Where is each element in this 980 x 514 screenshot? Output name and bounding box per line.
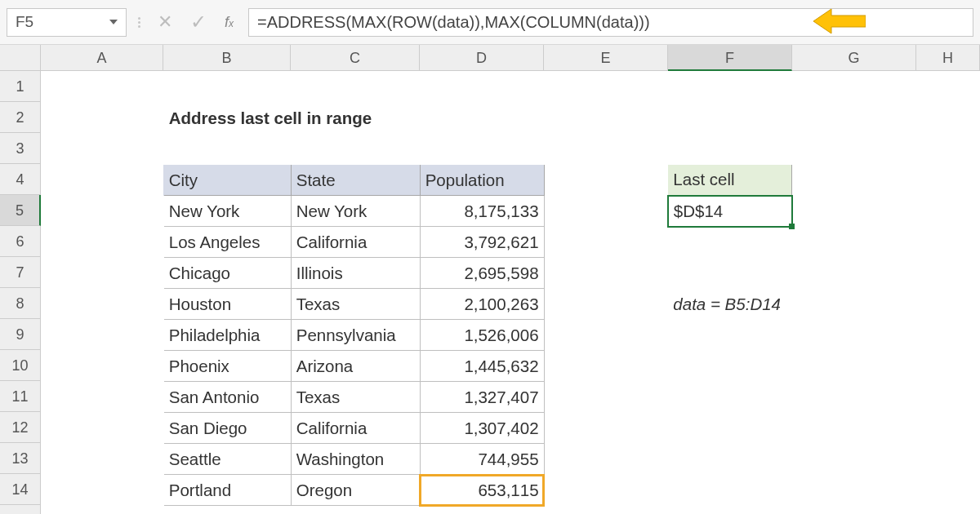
row-header[interactable]: 7 [0, 257, 41, 288]
column-header[interactable]: E [544, 45, 668, 71]
column-header[interactable]: A [41, 45, 163, 71]
table-row[interactable]: Chicago [163, 258, 291, 289]
separator-dots-icon [131, 17, 146, 28]
table-row[interactable]: Washington [291, 444, 420, 475]
table-row[interactable]: New York [163, 196, 291, 227]
table-row[interactable]: Illinois [291, 258, 420, 289]
table-row[interactable]: 1,445,632 [420, 351, 544, 382]
table-row[interactable]: Arizona [291, 351, 420, 382]
grid-body: ABCDEFGH Address last cell in range City… [41, 45, 980, 514]
chevron-down-icon [109, 20, 118, 24]
row-header[interactable]: 8 [0, 288, 41, 319]
row-header[interactable]: 3 [0, 133, 41, 164]
table-row[interactable]: Portland [163, 475, 291, 506]
table-row[interactable]: New York [291, 196, 420, 227]
row-header[interactable]: 12 [0, 412, 41, 443]
cell-table: Address last cell in range City State Po… [41, 71, 980, 514]
table-row[interactable]: 2,695,598 [420, 258, 544, 289]
column-header[interactable]: G [792, 45, 916, 71]
table-row[interactable]: 1,327,407 [420, 382, 544, 413]
cells-area[interactable]: Address last cell in range City State Po… [41, 71, 980, 514]
table-row[interactable]: 8,175,133 [420, 196, 544, 227]
column-header[interactable]: H [916, 45, 980, 71]
formula-bar-buttons: ✕ ✓ fx [151, 11, 243, 33]
table-header-population[interactable]: Population [420, 165, 544, 196]
table-row[interactable]: Phoenix [163, 351, 291, 382]
column-header[interactable]: B [163, 45, 291, 71]
column-header[interactable]: F [668, 45, 792, 71]
row-header[interactable]: 6 [0, 226, 41, 257]
row-header[interactable]: 5 [0, 195, 41, 226]
row-header[interactable]: 15 [0, 505, 41, 514]
row-header[interactable]: 14 [0, 474, 41, 505]
table-row[interactable]: 2,100,263 [420, 289, 544, 320]
row-headers: 123456789101112131415 [0, 71, 41, 514]
table-row[interactable]: California [291, 413, 420, 444]
page-title: Address last cell in range [163, 103, 544, 134]
named-range-note: data = B5:D14 [668, 289, 916, 320]
table-row[interactable]: 3,792,621 [420, 227, 544, 258]
fx-icon[interactable]: fx [225, 14, 237, 31]
spreadsheet-grid: 123456789101112131415 ABCDEFGH Address l… [0, 45, 980, 514]
table-header-state[interactable]: State [291, 165, 420, 196]
table-row[interactable]: Seattle [163, 444, 291, 475]
last-cell-highlight[interactable]: 653,115 [420, 475, 544, 506]
row-header[interactable]: 11 [0, 381, 41, 412]
column-header[interactable]: C [291, 45, 420, 71]
table-row[interactable]: Texas [291, 382, 420, 413]
table-row[interactable]: Houston [163, 289, 291, 320]
enter-check-icon[interactable]: ✓ [190, 11, 207, 33]
result-label-cell[interactable]: Last cell [668, 165, 792, 196]
column-headers: ABCDEFGH [41, 45, 980, 71]
table-row[interactable]: 744,955 [420, 444, 544, 475]
row-header[interactable]: 13 [0, 443, 41, 474]
column-header[interactable]: D [420, 45, 544, 71]
formula-bar-input[interactable]: =ADDRESS(MAX(ROW(data)),MAX(COLUMN(data)… [248, 8, 973, 37]
row-header[interactable]: 9 [0, 319, 41, 350]
table-row[interactable]: San Diego [163, 413, 291, 444]
selected-cell[interactable]: $D$14 [668, 196, 792, 227]
name-box[interactable]: F5 [7, 8, 127, 37]
left-gutter: 123456789101112131415 [0, 45, 41, 514]
table-row[interactable]: San Antonio [163, 382, 291, 413]
row-header[interactable]: 10 [0, 350, 41, 381]
table-row[interactable]: 1,307,402 [420, 413, 544, 444]
cancel-icon[interactable]: ✕ [158, 11, 172, 33]
formula-bar-row: F5 ✕ ✓ fx =ADDRESS(MAX(ROW(data)),MAX(CO… [0, 0, 980, 45]
table-row[interactable]: Texas [291, 289, 420, 320]
name-box-value: F5 [16, 13, 33, 31]
table-row[interactable]: Philadelphia [163, 320, 291, 351]
table-header-city[interactable]: City [163, 165, 291, 196]
table-row[interactable]: Pennsylvania [291, 320, 420, 351]
formula-text: =ADDRESS(MAX(ROW(data)),MAX(COLUMN(data)… [257, 13, 650, 32]
row-header[interactable]: 1 [0, 71, 41, 102]
table-row[interactable]: 1,526,006 [420, 320, 544, 351]
table-row[interactable]: Oregon [291, 475, 420, 506]
row-header[interactable]: 2 [0, 102, 41, 133]
select-all-corner[interactable] [0, 45, 41, 71]
table-row[interactable]: California [291, 227, 420, 258]
row-header[interactable]: 4 [0, 164, 41, 195]
table-row[interactable]: Los Angeles [163, 227, 291, 258]
